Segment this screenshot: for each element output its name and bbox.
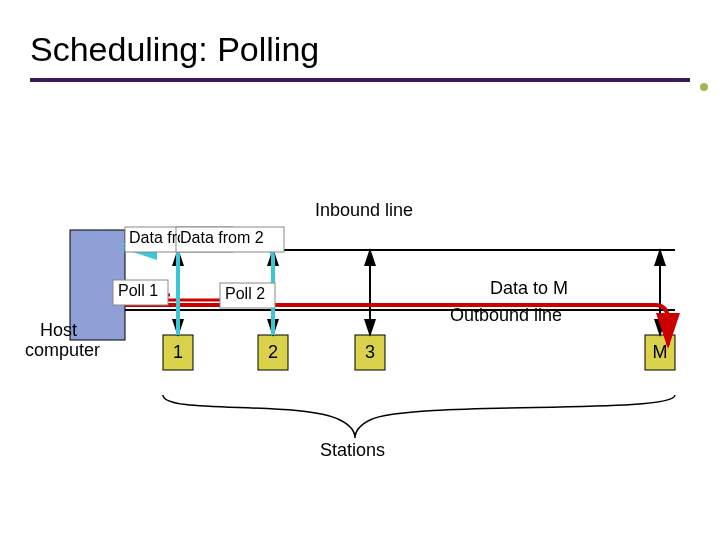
label-host-1: Host [40,320,77,341]
label-poll-1: Poll 1 [118,282,158,300]
station-1: 1 [163,342,193,363]
label-outbound: Outbound line [450,305,562,326]
label-stations: Stations [320,440,385,461]
label-data-to-m: Data to M [490,278,568,299]
label-poll-2: Poll 2 [225,285,265,303]
label-host-2: computer [25,340,100,361]
label-data-from-2: Data from 2 [180,229,264,247]
station-m: M [645,342,675,363]
station-2: 2 [258,342,288,363]
label-inbound: Inbound line [315,200,413,221]
station-3: 3 [355,342,385,363]
